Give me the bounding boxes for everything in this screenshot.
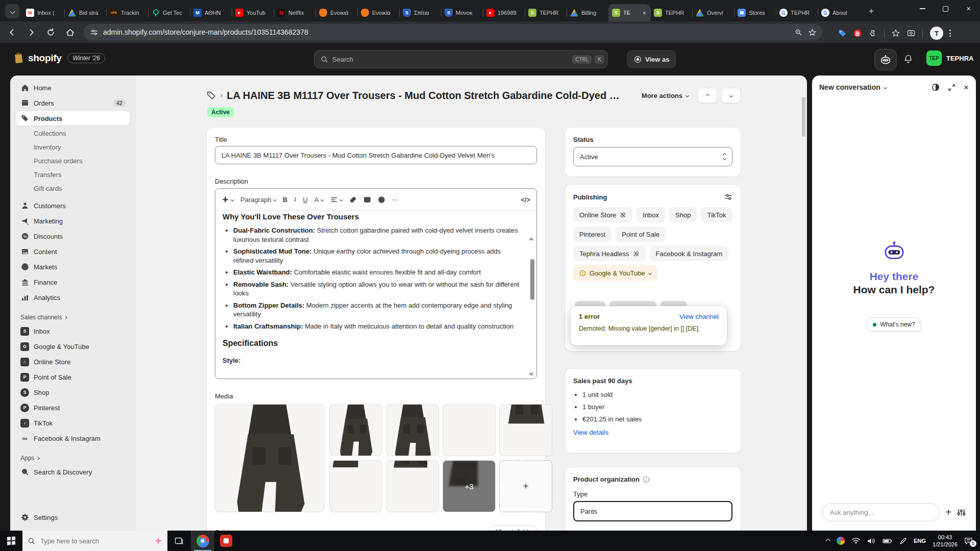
new-tab-button[interactable]: + [865, 5, 878, 18]
volume-icon[interactable] [867, 538, 876, 544]
language-indicator[interactable]: ENG [914, 538, 926, 544]
publishing-channel-pill[interactable]: Tephra Headless [573, 246, 646, 261]
sidebar-item-orders[interactable]: Orders 42 [16, 96, 130, 110]
sidebar-item-finance[interactable]: Finance [16, 275, 130, 289]
battery-icon[interactable] [883, 538, 893, 544]
sidebar-subitem[interactable]: Transfers [16, 168, 130, 181]
taskbar-chrome-button[interactable] [191, 531, 214, 551]
conversation-title[interactable]: New conversation [819, 83, 880, 91]
browser-tab[interactable]: S TEPHR [650, 4, 692, 21]
sidebar-channel-item[interactable]: ∞ Facebook & Instagram [16, 431, 130, 445]
bookmark-star-icon[interactable] [808, 29, 816, 36]
sidebar-app-item[interactable]: Search & Discovery [16, 465, 130, 479]
browser-tab[interactable]: G About [818, 4, 860, 21]
sidebar-channel-item[interactable]: P Pinterest [16, 400, 130, 415]
link-icon[interactable] [349, 196, 357, 204]
sidebar-channel-item[interactable]: G Google & YouTube [16, 339, 130, 354]
sidebar-item-customers[interactable]: Customers [16, 198, 130, 213]
product-type-input[interactable]: Pants [573, 501, 732, 521]
sidebar-subitem[interactable]: Collections [16, 127, 130, 140]
sidebar-subitem[interactable]: Gift cards [16, 182, 130, 195]
sidebar-item-products[interactable]: Products [16, 111, 130, 126]
view-channel-link[interactable]: View channel [679, 313, 719, 320]
metafields-button[interactable]: 18 metafields [489, 525, 537, 531]
sidebar-channel-item[interactable]: ⌂ Online Store [16, 355, 130, 369]
sidebar-item-home[interactable]: Home [16, 81, 130, 95]
media-more-overlay[interactable]: +3 [443, 460, 496, 512]
add-attachment-icon[interactable]: + [945, 507, 951, 518]
browser-tab[interactable]: G TEPHR [776, 4, 818, 21]
blocker-extension-icon[interactable] [853, 29, 862, 37]
sidebar-item-analytics[interactable]: Analytics [16, 290, 130, 305]
forward-icon[interactable] [23, 24, 39, 40]
more-actions-button[interactable]: More actions [636, 88, 694, 103]
extensions-puzzle-icon[interactable] [869, 29, 877, 37]
bold-button[interactable]: B [283, 196, 287, 204]
browser-menu-icon[interactable] [949, 30, 951, 37]
browser-tab[interactable]: Overvi [692, 4, 734, 21]
sidebar-item-content[interactable]: Content [16, 244, 130, 259]
sidebar-channel-item[interactable]: S Inbox [16, 324, 130, 338]
home-icon[interactable] [62, 24, 78, 40]
browser-tab[interactable]: Stores [734, 4, 776, 21]
apps-header[interactable]: Apps [10, 452, 136, 465]
browser-tab[interactable]: Get Tec [148, 4, 190, 21]
taskbar-search[interactable] [22, 531, 167, 551]
taskbar-clock[interactable]: 00:43 1/21/2026 [933, 534, 958, 548]
tab-capture-icon[interactable] [907, 29, 915, 37]
expand-icon[interactable] [948, 84, 955, 91]
magic-edit-icon[interactable] [222, 196, 234, 204]
site-settings-icon[interactable] [90, 29, 98, 36]
zoom-page-icon[interactable] [795, 29, 802, 36]
media-thumbnail[interactable] [329, 404, 382, 456]
browser-tab[interactable]: ▶ 196989 [483, 4, 525, 21]
close-window-icon[interactable]: × [957, 0, 980, 17]
underline-button[interactable]: U [303, 196, 307, 204]
browser-tab[interactable]: Ενοικία [357, 4, 399, 21]
restore-window-icon[interactable] [934, 0, 957, 17]
browser-tab[interactable]: UPS Trackin [106, 4, 148, 21]
sidebar-item-discounts[interactable]: % Discounts [16, 229, 130, 243]
browser-tab[interactable]: Bid stra [64, 4, 106, 21]
product-title-input[interactable] [215, 146, 537, 164]
more-formatting-icon[interactable]: ⋯ [392, 196, 399, 204]
media-thumbnail[interactable] [443, 404, 496, 456]
tab-search-button[interactable] [5, 4, 19, 18]
pen-icon[interactable] [899, 537, 907, 545]
publishing-channel-pill[interactable]: Online Store [573, 207, 632, 222]
taskbar-search-input[interactable] [39, 537, 150, 545]
notification-center-icon[interactable]: 5 [964, 537, 973, 545]
whats-new-chip[interactable]: What's new? [867, 317, 921, 332]
warning-channel-pill[interactable]: Google & YouTube [573, 265, 657, 281]
browser-tab[interactable]: Ενοικιά [315, 4, 357, 21]
sales-channels-header[interactable]: Sales channels [10, 311, 136, 324]
view-as-button[interactable]: View as [627, 50, 676, 68]
insert-image-icon[interactable] [363, 196, 371, 204]
sidebar-subitem[interactable]: Inventory [16, 140, 130, 154]
scroll-up-icon[interactable] [529, 237, 534, 240]
tag-extension-icon[interactable] [838, 29, 846, 37]
tab-close-icon[interactable]: × [642, 9, 647, 17]
media-thumbnail[interactable] [386, 404, 439, 456]
publishing-channel-pill[interactable]: TikTok [701, 207, 732, 222]
task-view-button[interactable] [167, 531, 191, 551]
browser-tab[interactable]: M Inbox ( [22, 4, 64, 21]
sidekick-button[interactable] [874, 49, 897, 70]
shopify-logo[interactable]: shopify Winter '26 [12, 52, 105, 64]
close-icon[interactable]: × [964, 83, 969, 92]
media-thumbnail[interactable] [499, 404, 552, 456]
taskbar-pinned-app-button[interactable] [214, 531, 238, 551]
code-view-button[interactable]: </> [521, 196, 530, 204]
browser-tab[interactable]: S Μονοκ [441, 4, 483, 21]
search-highlights-icon[interactable] [154, 537, 162, 545]
sidebar-item-settings[interactable]: Settings [16, 510, 130, 524]
previous-product-button[interactable] [698, 88, 717, 103]
reload-icon[interactable] [43, 24, 58, 40]
sidebar-subitem[interactable]: Purchase orders [16, 154, 130, 167]
minimize-window-icon[interactable] [911, 0, 934, 17]
alignment-button[interactable] [330, 196, 342, 204]
input-options-icon[interactable] [957, 508, 966, 517]
publishing-channel-pill[interactable]: Facebook & Instagram [650, 246, 729, 261]
next-product-button[interactable] [721, 88, 741, 103]
notifications-bell-icon[interactable] [903, 54, 913, 64]
